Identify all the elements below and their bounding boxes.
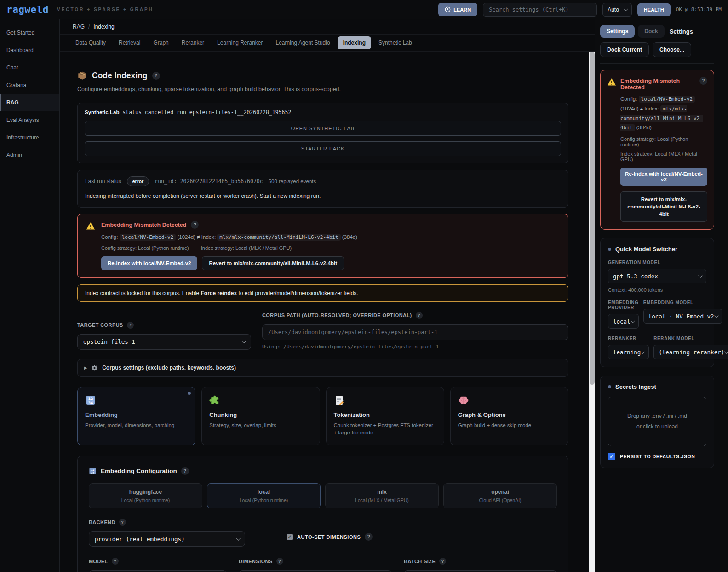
card-chunking[interactable]: Chunking Strategy, size, overlap, limits — [201, 387, 320, 445]
last-run-box: Last run status error run_id: 20260228T2… — [77, 170, 568, 208]
target-corpus-field: TARGET CORPUS ? epstein-files-1 — [77, 322, 251, 350]
corpus-settings-toggle[interactable]: ▶ Corpus settings (exclude paths, keywor… — [77, 359, 568, 377]
reranker-select[interactable]: learning — [608, 345, 649, 359]
embedding-config-title: Embedding Configuration — [101, 468, 177, 474]
dock-current-button[interactable]: Dock Current — [600, 42, 649, 57]
sidebar-item-eval-analysis[interactable]: Eval Analysis — [0, 111, 59, 129]
svg-text:34: 34 — [91, 471, 95, 474]
help-icon[interactable]: ? — [439, 558, 446, 565]
tab-learning-reranker[interactable]: Learning Reranker — [212, 36, 268, 49]
svg-text:34: 34 — [88, 400, 93, 404]
right-panel: Settings Dock Settings Dock Current Choo… — [595, 19, 728, 572]
tab-graph[interactable]: Graph — [148, 36, 174, 49]
card-tokenization[interactable]: Tokenization Chunk tokenizer + Postgres … — [326, 387, 444, 445]
tab-synthetic-lab[interactable]: Synthetic Lab — [373, 36, 418, 49]
sidebar-item-rag[interactable]: RAG — [0, 94, 59, 111]
help-icon[interactable]: ? — [112, 558, 119, 565]
choose-button[interactable]: Choose... — [653, 42, 691, 57]
config-strategy: Config strategy: Local (Python runtime) — [101, 245, 189, 251]
model-select[interactable]: NV-Embed-v2 (1024d) — [89, 570, 227, 572]
embedding-model-label: EMBEDDING MODEL — [643, 300, 722, 305]
left-sidebar: Get Started Dashboard Chat Grafana RAG E… — [0, 19, 60, 572]
generation-model-select[interactable]: gpt-5.3-codex — [608, 269, 706, 283]
indexing-content: Code Indexing ? Configure embeddings, ch… — [60, 52, 589, 572]
help-icon[interactable]: ? — [416, 312, 423, 319]
persist-defaults-checkbox[interactable]: ✓ — [608, 453, 615, 460]
gear-icon — [91, 364, 98, 371]
autoset-dimensions-label: AUTO-SET DIMENSIONS — [297, 534, 361, 540]
revert-button[interactable]: Revert to mlx/mlx-community/all-MiniLM-L… — [620, 191, 707, 222]
tab-indexing[interactable]: Indexing — [338, 36, 371, 49]
right-tab-dock[interactable]: Dock — [638, 25, 664, 38]
chevron-down-icon — [698, 273, 703, 278]
sidebar-item-get-started[interactable]: Get Started — [0, 24, 59, 41]
card-embedding[interactable]: 1234 Embedding Provider, model, dimensio… — [77, 387, 195, 445]
top-bar: ragweld VECTOR + SPARSE + GRAPH LEARN Au… — [0, 0, 728, 19]
tab-learning-agent-studio[interactable]: Learning Agent Studio — [270, 36, 336, 49]
autoset-dimensions-checkbox[interactable]: ✓ — [287, 534, 293, 540]
secrets-dropzone[interactable]: Drop any .env / .ini / .md or click to u… — [608, 397, 706, 446]
help-icon[interactable]: ? — [365, 533, 373, 541]
learn-button[interactable]: LEARN — [438, 3, 477, 16]
right-tab-settings[interactable]: Settings — [600, 25, 635, 38]
help-icon[interactable]: ? — [191, 221, 199, 229]
panel-bullet-icon — [608, 248, 611, 251]
sidebar-item-dashboard[interactable]: Dashboard — [0, 41, 59, 59]
tab-retrieval[interactable]: Retrieval — [113, 36, 146, 49]
backend-select[interactable]: provider (real embeddings) — [89, 531, 245, 547]
quick-model-switcher-panel: Quick Model Switcher GENERATION MODEL gp… — [600, 238, 714, 367]
revert-button[interactable]: Revert to mlx/mlx-community/all-MiniLM-L… — [202, 256, 344, 270]
warning-icon — [86, 221, 95, 231]
health-button[interactable]: HEALTH — [637, 3, 671, 16]
chevron-down-icon — [631, 318, 635, 323]
tab-data-quality[interactable]: Data Quality — [70, 36, 111, 49]
config-model-code: local/NV-Embed-v2 — [120, 234, 176, 241]
help-icon[interactable]: ? — [699, 77, 707, 85]
provider-openai[interactable]: openai Cloud API (OpenAI) — [443, 483, 557, 508]
chevron-down-icon — [641, 349, 645, 354]
rerank-model-select[interactable]: (learning reranker) — [653, 345, 728, 359]
right-panel-title: Settings — [670, 28, 693, 35]
app-root: ragweld VECTOR + SPARSE + GRAPH LEARN Au… — [0, 0, 728, 572]
tab-reranker[interactable]: Reranker — [176, 36, 210, 49]
sidebar-item-infrastructure[interactable]: Infrastructure — [0, 129, 59, 146]
theme-select[interactable]: Auto — [602, 3, 632, 17]
last-run-label: Last run status — [85, 178, 121, 185]
main-scrollbar[interactable] — [589, 52, 595, 572]
provider-mlx[interactable]: mlx Local (MLX / Metal GPU) — [325, 483, 439, 508]
embedding-provider-select[interactable]: local — [608, 314, 639, 329]
topbar-actions: LEARN Auto HEALTH OK @ 8:53:39 PM — [438, 3, 722, 17]
provider-local[interactable]: local Local (Python runtime) — [207, 483, 321, 508]
quick-model-switcher-title: Quick Model Switcher — [615, 246, 677, 253]
model-label: MODEL — [89, 559, 108, 564]
help-icon[interactable]: ? — [119, 519, 126, 526]
svg-text:12: 12 — [91, 468, 95, 471]
help-icon[interactable]: ? — [152, 72, 160, 80]
app-logo: ragweld — [6, 4, 49, 15]
reindex-button[interactable]: Re-index with local/NV-Embed-v2 — [620, 168, 707, 186]
embedding-mismatch-banner: Embedding Mismatch Detected ? Config: lo… — [77, 214, 568, 278]
batch-size-input[interactable] — [404, 570, 557, 572]
help-icon[interactable]: ? — [127, 322, 134, 329]
reindex-button[interactable]: Re-index with local/NV-Embed-v2 — [101, 256, 197, 270]
search-input[interactable] — [483, 3, 597, 17]
sidebar-item-grafana[interactable]: Grafana — [0, 76, 59, 94]
help-icon[interactable]: ? — [276, 558, 283, 565]
memo-icon — [334, 395, 436, 406]
starter-pack-button[interactable]: STARTER PACK — [85, 141, 561, 156]
embedding-mismatch-card: Embedding Mismatch Detected ? Config: lo… — [600, 70, 714, 230]
breadcrumb-rag[interactable]: RAG — [73, 23, 85, 30]
scrollbar-thumb[interactable] — [590, 52, 595, 385]
rag-tabs: Data Quality Retrieval Graph Reranker Le… — [60, 35, 595, 52]
corpus-path-input[interactable] — [262, 324, 568, 340]
embedding-model-select[interactable]: local · NV-Embed-v2 — [643, 309, 722, 324]
sidebar-item-admin[interactable]: Admin — [0, 146, 59, 164]
card-graph-options[interactable]: Graph & Options Graph build + dense skip… — [450, 387, 568, 445]
open-synthetic-lab-button[interactable]: OPEN SYNTHETIC LAB — [85, 121, 561, 136]
breadcrumb: RAG / Indexing — [60, 19, 595, 35]
sidebar-item-chat[interactable]: Chat — [0, 59, 59, 76]
dimensions-input[interactable] — [239, 570, 392, 572]
help-icon[interactable]: ? — [181, 467, 189, 475]
target-corpus-select[interactable]: epstein-files-1 — [77, 334, 251, 350]
provider-huggingface[interactable]: huggingface Local (Python runtime) — [89, 483, 202, 508]
